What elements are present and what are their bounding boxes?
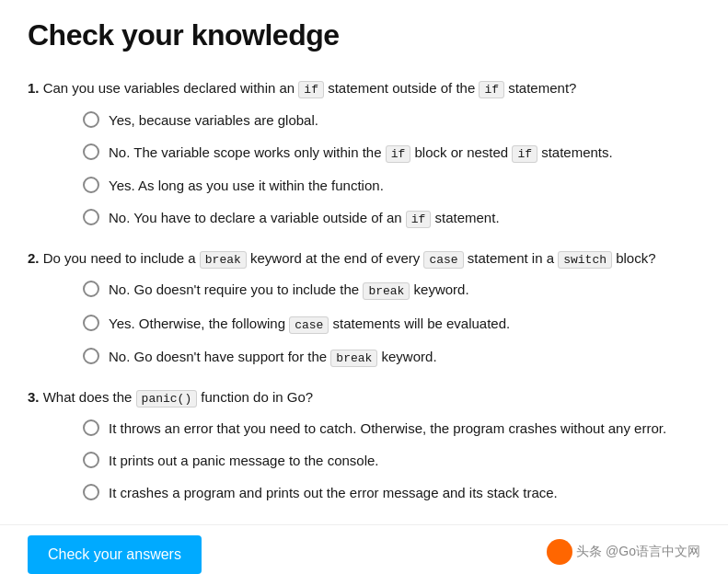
option-label: No. You have to declare a variable outsi…: [109, 208, 500, 228]
code-if-5: if: [406, 211, 432, 228]
list-item: It throws an error that you need to catc…: [83, 419, 700, 438]
radio-button[interactable]: [83, 209, 99, 225]
code-case-2: case: [289, 316, 329, 334]
radio-button[interactable]: [83, 281, 99, 297]
option-label: Yes. As long as you use it within the fu…: [109, 176, 384, 195]
option-label: No. Go doesn't have support for the brea…: [109, 347, 437, 367]
option-label: No. Go doesn't require you to include th…: [109, 280, 469, 300]
bottom-bar: Check your answers 头条 @Go语言中文网: [0, 524, 728, 574]
code-break-3: break: [330, 350, 377, 367]
radio-button[interactable]: [83, 144, 99, 160]
question-3-options: It throws an error that you need to catc…: [28, 419, 700, 502]
question-2: 2. Do you need to include a break keywor…: [28, 248, 700, 367]
question-3-number: 3.: [28, 389, 40, 405]
list-item: It prints out a panic message to the con…: [83, 451, 700, 470]
radio-button[interactable]: [83, 452, 99, 468]
radio-button[interactable]: [83, 419, 99, 436]
check-answers-button[interactable]: Check your answers: [28, 535, 202, 574]
code-break-2: break: [363, 282, 410, 300]
list-item: Yes. As long as you use it within the fu…: [83, 176, 700, 195]
list-item: Yes, because variables are global.: [83, 110, 700, 130]
radio-button[interactable]: [83, 315, 99, 331]
option-label: It prints out a panic message to the con…: [109, 451, 379, 470]
code-if-2: if: [479, 81, 504, 98]
radio-button[interactable]: [83, 348, 99, 364]
question-3-text: 3. What does the panic() function do in …: [28, 387, 700, 408]
question-1: 1. Can you use variables declared within…: [28, 78, 700, 228]
watermark: 头条 @Go语言中文网: [547, 539, 700, 565]
code-switch-1: switch: [558, 251, 612, 269]
option-label: Yes, because variables are global.: [109, 110, 318, 130]
list-item: No. The variable scope works only within…: [83, 143, 700, 163]
code-break-1: break: [200, 251, 247, 269]
list-item: No. Go doesn't require you to include th…: [83, 280, 700, 300]
option-label: Yes. Otherwise, the following case state…: [109, 314, 510, 334]
code-if-3: if: [386, 145, 411, 163]
radio-button[interactable]: [83, 111, 99, 128]
list-item: Yes. Otherwise, the following case state…: [83, 314, 700, 334]
question-1-text: 1. Can you use variables declared within…: [28, 78, 700, 99]
question-1-number: 1.: [28, 80, 40, 96]
question-3: 3. What does the panic() function do in …: [28, 387, 700, 503]
radio-button[interactable]: [83, 177, 99, 193]
code-if-4: if: [512, 145, 537, 163]
code-case-1: case: [423, 251, 463, 269]
list-item: It crashes a program and prints out the …: [83, 483, 700, 502]
option-label: No. The variable scope works only within…: [109, 143, 613, 163]
question-2-text: 2. Do you need to include a break keywor…: [28, 248, 700, 270]
watermark-icon: [547, 539, 572, 565]
question-1-options: Yes, because variables are global. No. T…: [28, 110, 700, 228]
list-item: No. Go doesn't have support for the brea…: [83, 347, 700, 367]
code-panic: panic(): [136, 390, 198, 408]
radio-button[interactable]: [83, 484, 99, 500]
page-title: Check your knowledge: [28, 18, 700, 52]
question-2-options: No. Go doesn't require you to include th…: [28, 280, 700, 367]
option-label: It throws an error that you need to catc…: [109, 419, 666, 438]
question-2-number: 2.: [28, 250, 40, 266]
code-if-1: if: [298, 81, 324, 98]
option-label: It crashes a program and prints out the …: [109, 483, 558, 502]
watermark-text: 头条 @Go语言中文网: [576, 544, 700, 560]
list-item: No. You have to declare a variable outsi…: [83, 208, 700, 228]
